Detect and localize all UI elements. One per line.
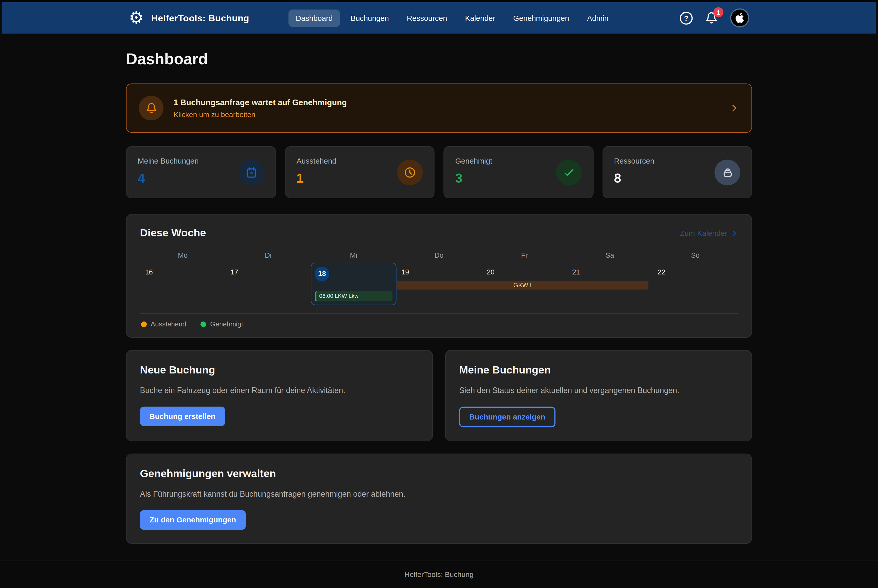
nav-item-genehmigungen[interactable]: Genehmigungen [506,9,576,27]
day-header-mo: Mo [140,252,225,259]
week-divider [140,313,738,314]
date-number: 22 [658,268,665,276]
card-title: Genehmigungen verwalten [140,468,738,480]
stat-label: Ausstehend [297,157,336,165]
day-header-sa: Sa [567,252,652,259]
pending-approval-alert[interactable]: 1 Buchungsanfrage wartet auf Genehmigung… [126,83,752,133]
help-icon[interactable]: ? [680,12,692,24]
day-cell-18-today[interactable]: 18 08:00 LKW Lkw [311,262,396,305]
chevron-right-icon [731,230,738,237]
nav-item-admin[interactable]: Admin [580,9,616,27]
day-cell-17[interactable]: 17 [225,262,311,305]
navbar: ⚙ HelferTools: Buchung Dashboard Buchung… [2,2,876,34]
legend-dot-orange [141,321,147,327]
week-title: Diese Woche [140,227,206,239]
calendar-icon [238,159,264,185]
card-description: Als Führungskraft kannst du Buchungsanfr… [140,489,738,498]
week-overview-card: Diese Woche Zum Kalender Mo Di Mi Do Fr … [126,214,752,338]
legend-dot-green [201,321,206,327]
go-to-calendar-link[interactable]: Zum Kalender [680,229,738,237]
week-cells: 16 17 18 08:00 LKW Lkw 19 20 21 [140,262,738,308]
alert-title: 1 Buchungsanfrage wartet auf Genehmigung [174,98,347,107]
date-number: 21 [572,268,580,276]
archive-stack-icon [715,159,740,185]
show-bookings-button[interactable]: Buchungen anzeigen [459,406,555,428]
legend: Ausstehend Genehmigt [140,320,738,328]
notifications-button[interactable]: 1 [705,12,718,24]
nav-item-ressourcen[interactable]: Ressourcen [399,9,454,27]
navbar-right: ? 1 [680,9,749,27]
card-neue-buchung: Neue Buchung Buche ein Fahrzeug oder ein… [126,350,433,441]
event-chip-lkw[interactable]: 08:00 LKW Lkw [315,291,393,301]
legend-label: Ausstehend [151,320,186,328]
check-icon [556,159,581,185]
today-date-badge: 18 [315,267,330,281]
stat-card-ausstehend: Ausstehend 1 [285,146,435,198]
date-number: 16 [145,268,153,276]
footer-text: HelferTools: Buchung [404,570,473,579]
page-title: Dashboard [126,50,752,68]
nav-item-dashboard[interactable]: Dashboard [289,9,340,27]
event-bar-gkw[interactable]: GKW I [396,281,649,290]
day-header-fr: Fr [482,252,567,259]
card-description: Buche ein Fahrzeug oder einen Raum für d… [140,386,419,395]
stat-card-ressourcen: Ressourcen 8 [602,146,752,198]
date-number: 17 [231,268,238,276]
window-top-edge [0,0,878,2]
day-headers: Mo Di Mi Do Fr Sa So [140,252,738,259]
day-header-mi: Mi [311,252,396,259]
nav-item-kalender[interactable]: Kalender [458,9,502,27]
day-cell-22[interactable]: 22 [652,262,738,305]
card-title: Meine Buchungen [459,364,738,376]
stat-card-meine-buchungen: Meine Buchungen 4 [126,146,276,198]
legend-item-genehmigt: Genehmigt [201,320,243,328]
create-booking-button[interactable]: Buchung erstellen [140,406,225,426]
card-description: Sieh den Status deiner aktuellen und ver… [459,386,738,395]
stat-card-genehmigt: Genehmigt 3 [443,146,593,198]
legend-item-ausstehend: Ausstehend [141,320,186,328]
card-genehmigungen-verwalten: Genehmigungen verwalten Als Führungskraf… [126,454,752,544]
day-cell-16[interactable]: 16 [140,262,225,305]
apple-logo-icon [735,12,744,24]
brand: ⚙ HelferTools: Buchung [129,9,249,26]
legend-label: Genehmigt [210,320,243,328]
footer: HelferTools: Buchung [0,561,878,588]
notification-badge: 1 [713,7,724,17]
stat-value: 4 [138,171,199,186]
stat-label: Genehmigt [455,157,492,165]
alert-bell-icon [145,102,157,114]
alert-texts: 1 Buchungsanfrage wartet auf Genehmigung… [174,98,347,118]
action-cards-row: Neue Buchung Buche ein Fahrzeug oder ein… [126,350,752,441]
alert-bell-circle [139,96,163,120]
brand-title: HelferTools: Buchung [151,13,249,23]
card-title: Neue Buchung [140,364,419,376]
nav-links: Dashboard Buchungen Ressourcen Kalender … [289,2,616,34]
card-meine-buchungen: Meine Buchungen Sieh den Status deiner a… [445,350,752,441]
date-number: 20 [487,268,494,276]
day-header-so: So [652,252,738,259]
user-avatar[interactable] [730,9,749,27]
clock-icon [397,159,423,185]
date-number: 19 [401,268,409,276]
thw-gear-logo-icon: ⚙ [129,9,144,26]
stat-label: Ressourcen [614,157,654,165]
alert-chevron [729,103,739,113]
nav-item-buchungen[interactable]: Buchungen [343,9,396,27]
chevron-right-icon [729,103,739,113]
stat-value: 8 [614,171,654,186]
stat-cards: Meine Buchungen 4 Ausstehend 1 [126,146,752,198]
stat-value: 3 [455,171,492,186]
page: ⚙ HelferTools: Buchung Dashboard Buchung… [0,0,878,588]
stat-value: 1 [297,171,336,186]
go-to-approvals-button[interactable]: Zu den Genehmigungen [140,510,245,530]
stat-label: Meine Buchungen [138,157,199,165]
alert-subtitle: Klicken um zu bearbeiten [174,110,347,118]
go-to-calendar-label: Zum Kalender [680,229,728,237]
day-header-do: Do [396,252,482,259]
day-header-di: Di [225,252,311,259]
